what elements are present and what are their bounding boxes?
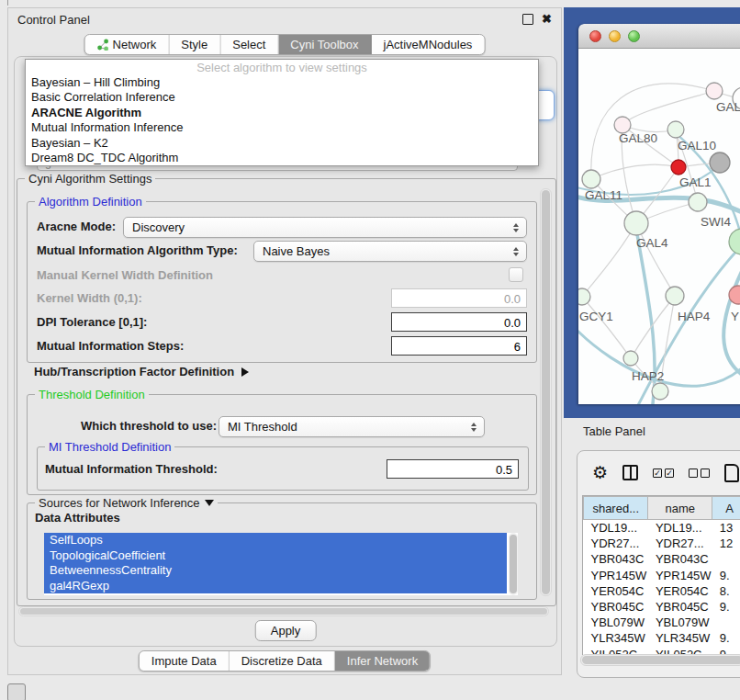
which-threshold-label: Which threshold to use:: [81, 419, 217, 433]
algorithm-dropdown-placeholder: Select algorithm to view settings: [26, 60, 538, 75]
select-all-columns-icon[interactable]: ✓✓: [653, 469, 674, 478]
gear-icon[interactable]: ⚙: [592, 464, 608, 481]
network-node[interactable]: [729, 229, 740, 254]
bottom-tab-discretize-data[interactable]: Discretize Data: [230, 651, 335, 671]
network-node[interactable]: [710, 152, 730, 173]
mi-type-select[interactable]: Naive Bayes: [253, 241, 527, 262]
data-attributes-list[interactable]: SelfLoopsTopologicalCoefficientBetweenne…: [44, 533, 518, 595]
algorithm-option[interactable]: Bayesian – K2: [26, 136, 538, 151]
table-toolbar: ⚙ ✓✓: [577, 451, 740, 494]
bottom-tab-infer-network[interactable]: Infer Network: [335, 651, 430, 671]
close-window-icon[interactable]: [589, 30, 601, 42]
table-row[interactable]: YDL19...YDL19...13: [584, 520, 740, 536]
app-root: Control Panel ✖ NetworkStyleSelectCyni T…: [0, 0, 740, 700]
network-node[interactable]: [666, 287, 684, 305]
apply-button[interactable]: Apply: [255, 620, 317, 641]
column-header[interactable]: name: [648, 497, 712, 520]
mi-type-value: Naive Bayes: [254, 244, 509, 258]
network-node[interactable]: [624, 211, 648, 235]
algorithm-option[interactable]: Basic Correlation Inference: [26, 90, 538, 105]
mi-type-label: Mutual Information Algorithm Type:: [37, 243, 238, 257]
table-row[interactable]: YLR345WYLR345W9.: [584, 630, 740, 646]
algorithm-option[interactable]: Dream8 DC_TDC Algorithm: [26, 151, 538, 165]
collapse-down-icon[interactable]: [205, 500, 214, 506]
sources-legend-text: Sources for Network Inference: [39, 496, 200, 510]
mi-steps-label: Mutual Information Steps:: [37, 339, 184, 353]
column-layout-icon[interactable]: [622, 465, 638, 480]
network-edge[interactable]: [582, 297, 631, 358]
stepper-icon: [509, 223, 523, 232]
list-vertical-scrollbar[interactable]: [509, 533, 518, 595]
settings-horizontal-scrollbar[interactable]: [18, 606, 549, 616]
mi-threshold-field[interactable]: 0.5: [387, 459, 519, 479]
table-cell: 12: [712, 536, 740, 551]
tab-cyni-toolbox[interactable]: Cyni Toolbox: [278, 35, 371, 54]
collapsed-panel-icon[interactable]: [7, 683, 26, 700]
which-threshold-value: MI Threshold: [219, 420, 466, 434]
attribute-item[interactable]: SelfLoops: [44, 533, 507, 548]
network-node[interactable]: [671, 160, 686, 175]
bottom-tab-bar: Impute DataDiscretize DataInfer Network: [139, 650, 431, 672]
mi-threshold-legend: MI Threshold Definition: [45, 440, 174, 454]
tab-network[interactable]: Network: [85, 35, 170, 54]
table-horizontal-scrollbar[interactable]: [580, 654, 740, 666]
network-node[interactable]: [667, 121, 684, 138]
network-node[interactable]: [578, 288, 590, 305]
column-header[interactable]: A: [712, 497, 740, 520]
network-node[interactable]: [706, 83, 723, 99]
float-panel-icon[interactable]: [522, 14, 533, 25]
table-cell: YBR045C: [584, 599, 648, 615]
attribute-item[interactable]: TopologicalCoefficient: [44, 548, 507, 564]
sources-group: Sources for Network Inference Data Attri…: [27, 502, 537, 600]
which-threshold-select[interactable]: MI Threshold: [219, 416, 485, 437]
attribute-item[interactable]: BetweennessCentrality: [44, 563, 507, 579]
tab-style[interactable]: Style: [169, 35, 220, 54]
minimize-window-icon[interactable]: [609, 30, 621, 42]
table-row[interactable]: YBR043CYBR043C: [584, 551, 740, 567]
node-label: GAL10: [678, 139, 716, 152]
table-cell: YLR345W: [584, 630, 648, 646]
new-column-icon[interactable]: [724, 464, 739, 482]
cyni-algorithm-settings-group: Cyni Algorithm Settings Algorithm Defini…: [17, 178, 556, 606]
node-label: HAP2: [632, 369, 664, 383]
network-edge[interactable]: [591, 164, 678, 179]
network-node[interactable]: [652, 383, 668, 400]
attribute-item[interactable]: gal4RGexp: [44, 579, 507, 594]
stepper-icon: [466, 423, 481, 432]
hub-definition-expander[interactable]: Hub/Transcription Factor Definition: [34, 365, 249, 378]
network-node[interactable]: [582, 170, 600, 188]
network-icon: [97, 39, 109, 51]
network-node[interactable]: [623, 351, 638, 366]
tab-jactivemnodules[interactable]: jActiveMNodules: [372, 35, 485, 54]
table-row[interactable]: YBR045CYBR045C9.: [584, 599, 740, 615]
dpi-tolerance-label: DPI Tolerance [0,1]:: [37, 315, 147, 329]
table-row[interactable]: YDR27...YDR27...12: [584, 536, 740, 551]
network-edge[interactable]: [723, 267, 740, 379]
dpi-tolerance-field[interactable]: 0.0: [391, 312, 527, 332]
algorithm-option[interactable]: Bayesian – Hill Climbing: [26, 75, 538, 90]
mi-steps-field[interactable]: 6: [391, 336, 527, 356]
close-panel-icon[interactable]: ✖: [542, 15, 552, 24]
tab-select[interactable]: Select: [220, 35, 278, 54]
aracne-mode-select[interactable]: Discovery: [123, 217, 527, 238]
table-cell: YBR045C: [648, 599, 712, 615]
network-node[interactable]: [689, 193, 707, 211]
algorithm-option[interactable]: ARACNE Algorithm: [26, 106, 538, 120]
network-edge[interactable]: [582, 223, 636, 297]
kernel-width-label: Kernel Width (0,1):: [37, 291, 142, 305]
table-row[interactable]: YBL079WYBL079W: [584, 615, 740, 630]
node-label: SWI4: [701, 215, 731, 229]
manual-kernel-checkbox[interactable]: [509, 267, 523, 282]
network-edge[interactable]: [622, 91, 714, 125]
algorithm-option[interactable]: Mutual Information Inference: [26, 120, 538, 135]
network-canvas[interactable]: GALGAL80GAL10GAL1GAL11SWI4GAL4GCY1HAP4YH…: [578, 49, 740, 404]
table-row[interactable]: YPR145WYPR145W9.: [584, 568, 740, 583]
zoom-window-icon[interactable]: [628, 30, 640, 42]
table-row[interactable]: YER054CYER054C8.: [584, 583, 740, 599]
deselect-all-columns-icon[interactable]: [689, 469, 710, 478]
table-cell: YLR345W: [648, 630, 712, 646]
node-label: GCY1: [579, 310, 613, 323]
bottom-tab-impute-data[interactable]: Impute Data: [140, 651, 230, 671]
settings-vertical-scrollbar[interactable]: [540, 188, 552, 596]
column-header[interactable]: shared...: [584, 497, 648, 520]
